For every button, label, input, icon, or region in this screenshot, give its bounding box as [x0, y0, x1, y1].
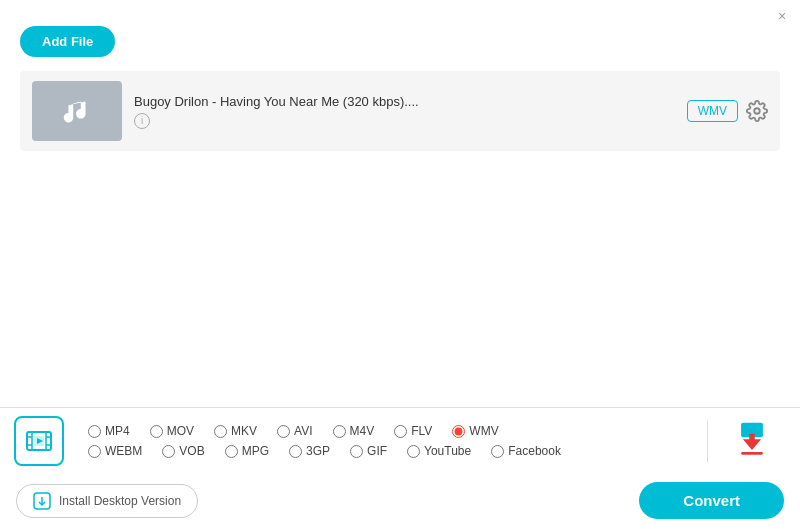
format-webm[interactable]: WEBM: [78, 441, 152, 461]
bottom-panel: MP4 MOV MKV AVI M4V: [0, 407, 800, 529]
format-m4v[interactable]: M4V: [323, 421, 385, 441]
video-format-icon-box: [14, 416, 64, 466]
format-mpg[interactable]: MPG: [215, 441, 279, 461]
download-arrow-box: [718, 417, 786, 465]
main-content: Add File Bugoy Drilon - Having You Near …: [0, 10, 800, 151]
bottom-toolbar: Install Desktop Version Convert: [0, 474, 800, 529]
file-info: Bugoy Drilon - Having You Near Me (320 k…: [134, 94, 675, 129]
download-icon: [33, 492, 51, 510]
svg-rect-12: [749, 434, 754, 443]
film-icon: [25, 427, 53, 455]
convert-button[interactable]: Convert: [639, 482, 784, 519]
format-facebook[interactable]: Facebook: [481, 441, 571, 461]
add-file-button[interactable]: Add File: [20, 26, 115, 57]
info-icon[interactable]: i: [134, 113, 150, 129]
arrow-down-icon: [732, 421, 772, 461]
format-youtube[interactable]: YouTube: [397, 441, 481, 461]
format-3gp[interactable]: 3GP: [279, 441, 340, 461]
file-actions: WMV: [687, 100, 768, 122]
format-badge[interactable]: WMV: [687, 100, 738, 122]
divider: [707, 420, 708, 462]
install-desktop-label: Install Desktop Version: [59, 494, 181, 508]
file-thumbnail: [32, 81, 122, 141]
svg-rect-13: [741, 452, 763, 455]
file-item-row: Bugoy Drilon - Having You Near Me (320 k…: [20, 71, 780, 151]
title-bar: ×: [764, 0, 800, 28]
format-avi[interactable]: AVI: [267, 421, 322, 441]
format-mp4[interactable]: MP4: [78, 421, 140, 441]
format-gif[interactable]: GIF: [340, 441, 397, 461]
svg-point-0: [754, 108, 760, 114]
settings-icon[interactable]: [746, 100, 768, 122]
close-button[interactable]: ×: [774, 8, 790, 24]
format-mkv[interactable]: MKV: [204, 421, 267, 441]
format-flv[interactable]: FLV: [384, 421, 442, 441]
install-desktop-button[interactable]: Install Desktop Version: [16, 484, 198, 518]
file-name: Bugoy Drilon - Having You Near Me (320 k…: [134, 94, 675, 109]
format-wmv[interactable]: WMV: [442, 421, 508, 441]
format-section: MP4 MOV MKV AVI M4V: [0, 408, 800, 474]
format-vob[interactable]: VOB: [152, 441, 214, 461]
format-mov[interactable]: MOV: [140, 421, 204, 441]
music-icon: [58, 92, 96, 130]
